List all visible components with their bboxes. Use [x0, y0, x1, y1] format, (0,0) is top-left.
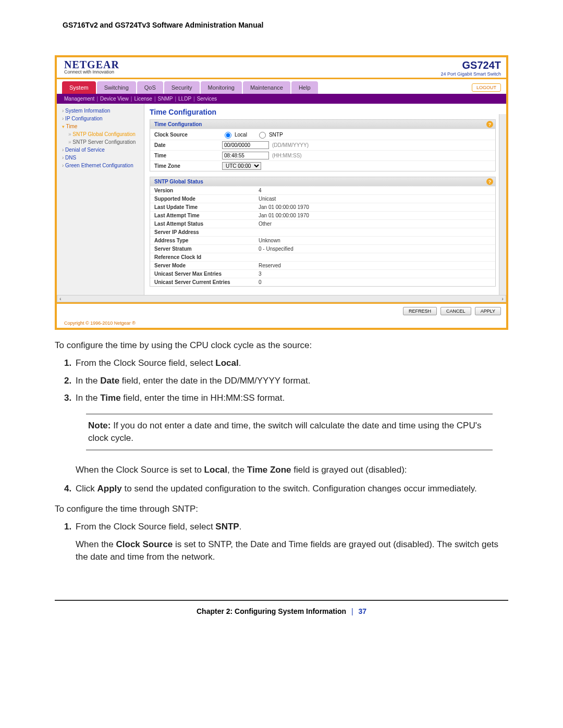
status-row: Server Stratum0 - Unspecified	[150, 244, 495, 253]
clock-source-label: Clock Source	[154, 132, 222, 138]
apply-button[interactable]: APPLY	[475, 307, 501, 315]
page-footer: Chapter 2: Configuring System Informatio…	[55, 600, 508, 615]
main-tabs: System Switching QoS Security Monitoring…	[62, 81, 318, 94]
date-label: Date	[154, 142, 222, 148]
note-block: Note: If you do not enter a date and tim…	[86, 414, 493, 450]
status-row: Supported ModeUnicast	[150, 194, 495, 203]
status-label: Server Mode	[154, 263, 259, 268]
nav-sntp-global-config[interactable]: SNTP Global Configuration	[60, 130, 141, 138]
help-icon[interactable]: ?	[486, 121, 493, 128]
status-label: Supported Mode	[154, 196, 259, 202]
subtab-services[interactable]: Services	[197, 96, 217, 102]
radio-sntp[interactable]: SNTP	[256, 130, 283, 139]
status-label: Address Type	[154, 238, 259, 243]
tab-qos[interactable]: QoS	[137, 81, 163, 94]
status-value: 3	[259, 271, 262, 277]
scroll-left-icon[interactable]: ‹	[59, 295, 62, 302]
panel-time-configuration: Time Configuration ? Clock Source Local …	[150, 119, 496, 171]
status-value: 4	[259, 188, 262, 193]
time-hint: (HH:MM:SS)	[272, 153, 302, 158]
panel1-heading: Time Configuration	[154, 121, 202, 127]
nav-time[interactable]: Time	[60, 122, 141, 130]
panel-sntp-status: SNTP Global Status ? Version4Supported M…	[150, 177, 496, 287]
nav-denial-of-service[interactable]: Denial of Service	[60, 146, 141, 154]
nav-dns[interactable]: DNS	[60, 154, 141, 162]
time-input[interactable]	[222, 152, 269, 159]
time-label: Time	[154, 153, 222, 158]
status-label: Server Stratum	[154, 246, 259, 252]
status-row: Reference Clock Id	[150, 253, 495, 261]
subtab-device-view[interactable]: Device View	[100, 96, 129, 102]
status-label: Unicast Server Max Entries	[154, 271, 259, 277]
status-row: Version4	[150, 186, 495, 194]
status-value: Reserved	[259, 263, 281, 268]
status-row: Unicast Server Current Entries0	[150, 278, 495, 286]
nav-system-information[interactable]: System Information	[60, 107, 141, 115]
nav-sntp-server-config[interactable]: SNTP Server Configuration	[60, 138, 141, 146]
nav-green-ethernet[interactable]: Green Ethernet Configuration	[60, 162, 141, 169]
status-row: Last Attempt StatusOther	[150, 219, 495, 228]
tab-monitoring[interactable]: Monitoring	[201, 81, 242, 94]
lead-2: To configure the time through SNTP:	[55, 503, 508, 515]
status-value: Jan 01 00:00:00 1970	[259, 213, 309, 218]
panel2-heading: SNTP Global Status	[154, 179, 203, 184]
netgear-logo: NETGEAR Connect with Innovation	[64, 59, 119, 77]
status-value: Jan 01 00:00:00 1970	[259, 204, 309, 210]
radio-local[interactable]: Local	[222, 130, 247, 139]
refresh-button[interactable]: REFRESH	[403, 307, 437, 315]
tab-switching[interactable]: Switching	[97, 81, 136, 94]
model-box: GS724T 24 Port Gigabit Smart Switch	[440, 59, 501, 77]
tab-security[interactable]: Security	[164, 81, 200, 94]
content-title: Time Configuration	[150, 108, 496, 116]
scroll-right-icon[interactable]: ›	[501, 295, 504, 302]
status-row: Server IP Address	[150, 228, 495, 236]
vertical-scrollbar[interactable]	[499, 114, 506, 295]
tab-system[interactable]: System	[62, 81, 96, 94]
status-value: Other	[259, 221, 272, 227]
tz-label: Time Zone	[154, 163, 222, 169]
copyright-text: Copyright © 1996-2010 Netgear ®	[57, 318, 506, 328]
status-value: Unicast	[259, 196, 276, 202]
lead-1: To configure the time by using the CPU c…	[55, 339, 508, 352]
subtab-license[interactable]: License	[134, 96, 152, 102]
manual-header: GS716Tv2 and GS724Tv3 Software Administr…	[63, 21, 521, 29]
status-label: Server IP Address	[154, 229, 259, 235]
help-icon[interactable]: ?	[486, 178, 493, 185]
subtab-lldp[interactable]: LLDP	[178, 96, 191, 102]
side-nav: System Information IP Configuration Time…	[57, 104, 144, 295]
sub-tabs: Management| Device View| License| SNMP| …	[57, 94, 506, 104]
subtab-management[interactable]: Management	[64, 96, 94, 102]
status-row: Last Update TimeJan 01 00:00:00 1970	[150, 203, 495, 211]
date-hint: (DD/MM/YYYY)	[272, 142, 309, 148]
nav-ip-configuration[interactable]: IP Configuration	[60, 115, 141, 122]
after-note: When the Clock Source is set to Local, t…	[76, 464, 508, 476]
status-label: Last Attempt Time	[154, 213, 259, 218]
status-row: Last Attempt TimeJan 01 00:00:00 1970	[150, 211, 495, 219]
status-row: Address TypeUnknown	[150, 236, 495, 244]
status-label: Last Attempt Status	[154, 221, 259, 227]
status-row: Server ModeReserved	[150, 261, 495, 269]
subtab-snmp[interactable]: SNMP	[158, 96, 173, 102]
status-value: 0	[259, 279, 262, 285]
tab-maintenance[interactable]: Maintenance	[243, 81, 290, 94]
screenshot-frame: NETGEAR Connect with Innovation GS724T 2…	[55, 55, 508, 330]
status-label: Reference Clock Id	[154, 254, 259, 260]
status-label: Unicast Server Current Entries	[154, 279, 259, 285]
tab-help[interactable]: Help	[291, 81, 318, 94]
status-label: Version	[154, 188, 259, 193]
horizontal-scrollbar[interactable]: ‹ ›	[57, 295, 506, 302]
status-label: Last Update Time	[154, 204, 259, 210]
status-value: 0 - Unspecified	[259, 246, 293, 252]
status-value: Unknown	[259, 238, 280, 243]
status-row: Unicast Server Max Entries3	[150, 269, 495, 278]
date-input[interactable]	[222, 141, 269, 149]
cancel-button[interactable]: CANCEL	[440, 307, 471, 315]
doc-body: To configure the time by using the CPU c…	[55, 339, 508, 563]
logout-button[interactable]: LOGOUT	[472, 83, 501, 92]
tz-select[interactable]: UTC 00:00	[222, 162, 261, 170]
